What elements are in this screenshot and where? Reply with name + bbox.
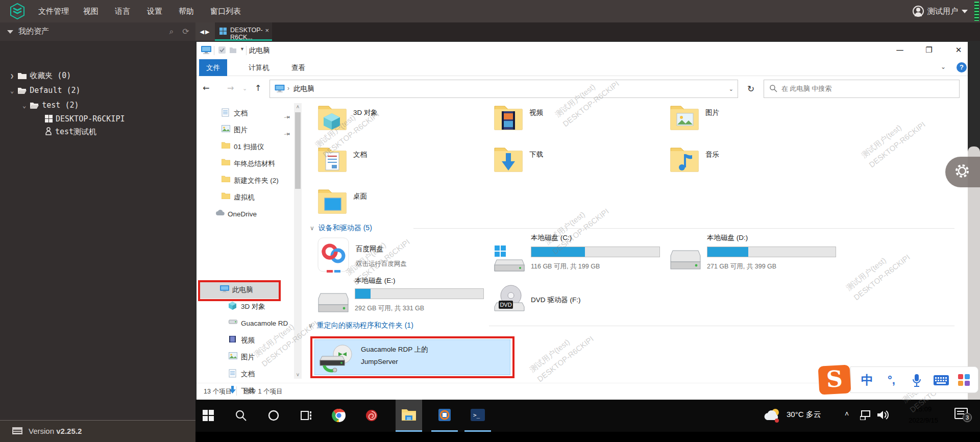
history-dropdown-icon[interactable]: ⌄ bbox=[242, 85, 247, 92]
folder-pictures[interactable]: 图片 bbox=[670, 104, 838, 138]
menu-file-manage[interactable]: 文件管理 bbox=[38, 0, 69, 22]
section-redirected-header[interactable]: ∨重定向的驱动程序和文件夹 (1) bbox=[308, 321, 413, 330]
search-input[interactable]: 在 此电脑 中搜索 bbox=[764, 80, 960, 98]
asset-sidebar: 我的资产 ⌕ ⟳ ❯收藏夹 (0) ⌄Default (2) ⌄test (2)… bbox=[0, 22, 195, 420]
sidebar-header[interactable]: 我的资产 ⌕ ⟳ bbox=[0, 22, 195, 41]
cortana-icon[interactable] bbox=[265, 407, 282, 424]
weather-icon[interactable] bbox=[763, 408, 781, 423]
taskbar-search-icon[interactable] bbox=[232, 407, 250, 424]
taskbar-powershell[interactable]: >_ bbox=[464, 400, 491, 432]
address-bar[interactable]: › 此电脑 ⌄ bbox=[270, 80, 738, 98]
refresh-icon[interactable]: ↻ bbox=[742, 80, 760, 98]
nav-onedrive[interactable]: OneDrive bbox=[197, 206, 293, 223]
nav-folder-yearend[interactable]: 年终总结材料 bbox=[197, 155, 293, 172]
maximize-button[interactable]: ❐ bbox=[924, 45, 934, 55]
tray-expand-icon[interactable]: ˄ bbox=[845, 410, 849, 418]
menu-settings[interactable]: 设置 bbox=[147, 0, 162, 22]
folder-document-icon bbox=[317, 146, 347, 173]
session-tab[interactable]: DESKTOP-R6CK... × bbox=[215, 22, 272, 41]
sogou-logo-icon[interactable]: S bbox=[818, 364, 851, 395]
tab-scroll-arrows[interactable]: ◀▶ bbox=[195, 22, 215, 41]
linux-asset-icon bbox=[45, 127, 52, 135]
back-icon[interactable]: ← bbox=[203, 83, 209, 93]
task-view-icon[interactable] bbox=[298, 407, 315, 424]
nav-folder-vm[interactable]: 虚拟机 bbox=[197, 189, 293, 206]
tree-node-desktop-r6ckipi[interactable]: DESKTOP-R6CKIPI bbox=[45, 112, 125, 126]
nav-folder-scanner[interactable]: 01 扫描仪 bbox=[197, 138, 293, 155]
keyboard-icon[interactable] bbox=[934, 375, 949, 385]
volume-icon[interactable] bbox=[877, 410, 891, 420]
taskbar-remote-app[interactable] bbox=[431, 400, 458, 432]
nav-guacamole-rdp-drive[interactable]: Guacamole RD bbox=[197, 315, 293, 332]
nav-pictures-quick[interactable]: 图片📌︎ bbox=[197, 121, 293, 138]
network-icon[interactable] bbox=[860, 410, 872, 420]
windows-logo-icon bbox=[45, 115, 53, 122]
properties-icon[interactable] bbox=[218, 46, 226, 54]
user-menu[interactable]: 测试用户 bbox=[913, 0, 968, 22]
menu-language[interactable]: 语言 bbox=[115, 0, 130, 22]
tree-node-default[interactable]: ⌄Default (2) bbox=[10, 84, 81, 97]
ime-mode-chinese[interactable]: 中 bbox=[861, 367, 873, 394]
file-explorer-window: ▼ 此电脑 — ❐ ✕ 文件 计算机 查看 ⌄ ? ← → ⌄ ↑ bbox=[197, 42, 968, 400]
chevron-down-icon[interactable]: ⌄ bbox=[10, 87, 14, 94]
annotation-redbox-redirected bbox=[310, 336, 514, 378]
tab-computer[interactable]: 计算机 bbox=[241, 59, 277, 76]
folder-3d-objects[interactable]: 3D 对象 bbox=[317, 104, 486, 138]
breadcrumb[interactable]: 此电脑 bbox=[293, 84, 314, 93]
up-icon[interactable]: ↑ bbox=[255, 83, 261, 93]
microphone-icon[interactable] bbox=[912, 374, 921, 387]
close-icon[interactable]: × bbox=[265, 27, 269, 34]
close-button[interactable]: ✕ bbox=[953, 45, 964, 55]
navpane-scrollbar[interactable]: ˄ ˅ bbox=[294, 103, 302, 379]
menu-window-list[interactable]: 窗口列表 bbox=[210, 0, 241, 22]
nav-videos[interactable]: 视频 bbox=[197, 332, 293, 349]
scroll-down-icon[interactable]: ˅ bbox=[294, 372, 302, 378]
tree-node-test[interactable]: ⌄test (2) bbox=[22, 99, 79, 112]
session-settings-button[interactable] bbox=[945, 157, 980, 187]
qat-dropdown-icon[interactable]: ▼ bbox=[240, 46, 244, 52]
folder-downloads[interactable]: 下载 bbox=[494, 146, 662, 180]
ribbon-collapse-icon[interactable]: ⌄ bbox=[941, 63, 946, 70]
ime-punctuation-icon[interactable]: °, bbox=[888, 367, 895, 394]
folder-documents[interactable]: 文档 bbox=[317, 146, 486, 180]
scrollbar-thumb[interactable] bbox=[295, 112, 301, 189]
taskbar-file-explorer[interactable] bbox=[396, 400, 422, 432]
weather-text[interactable]: 30°C 多云 bbox=[787, 410, 821, 420]
chrome-icon[interactable] bbox=[330, 407, 348, 424]
minimize-button[interactable]: — bbox=[895, 45, 905, 55]
new-folder-icon[interactable] bbox=[229, 46, 237, 54]
folder-music[interactable]: 音乐 bbox=[670, 146, 838, 180]
folder-videos[interactable]: 视频 bbox=[494, 104, 662, 138]
collapse-caret-icon[interactable] bbox=[7, 30, 13, 34]
search-icon[interactable]: ⌕ bbox=[166, 27, 177, 37]
scroll-up-icon[interactable]: ˄ bbox=[294, 104, 302, 110]
sogou-tools-grid-icon[interactable] bbox=[958, 374, 970, 386]
nav-pictures[interactable]: 图片 bbox=[197, 349, 293, 365]
jumpserver-logo-icon bbox=[9, 3, 26, 19]
menu-help[interactable]: 帮助 bbox=[179, 0, 194, 22]
nav-documents[interactable]: 文档 bbox=[197, 365, 293, 382]
chevron-right-icon[interactable]: ❯ bbox=[10, 72, 14, 80]
tree-node-favorites[interactable]: ❯收藏夹 (0) bbox=[10, 69, 71, 82]
start-button[interactable] bbox=[200, 407, 217, 424]
chevron-down-icon[interactable]: ⌄ bbox=[22, 102, 26, 109]
address-dropdown-icon[interactable]: ⌄ bbox=[729, 86, 733, 92]
help-button[interactable]: ? bbox=[957, 62, 967, 72]
menu-view[interactable]: 视图 bbox=[83, 0, 99, 22]
tab-file[interactable]: 文件 bbox=[199, 59, 227, 76]
refresh-icon[interactable]: ⟳ bbox=[181, 27, 191, 37]
windows-taskbar: >_ 30°C 多云 ˄ 15:09 2022/9/15 3 bbox=[195, 400, 980, 432]
notification-center-icon[interactable]: 3 bbox=[954, 408, 968, 419]
folder-desktop[interactable]: 桌面 bbox=[317, 188, 486, 222]
forward-icon[interactable]: → bbox=[227, 83, 234, 93]
section-devices-header[interactable]: ∨设备和驱动器 (5) bbox=[310, 224, 372, 233]
explorer-title-bar[interactable]: ▼ 此电脑 — ❐ ✕ bbox=[197, 42, 968, 59]
taskbar-clock[interactable]: 15:09 2022/9/15 bbox=[909, 404, 938, 426]
tree-node-test-machine[interactable]: test测试机 bbox=[45, 125, 96, 138]
nav-folder-new[interactable]: 新建文件夹 (2) bbox=[197, 172, 293, 189]
remote-desktop-viewport[interactable]: ▼ 此电脑 — ❐ ✕ 文件 计算机 查看 ⌄ ? ← → ⌄ ↑ bbox=[195, 41, 980, 442]
red-app-icon[interactable] bbox=[363, 407, 380, 424]
tab-view[interactable]: 查看 bbox=[284, 59, 312, 76]
asset-tree: ❯收藏夹 (0) ⌄Default (2) ⌄test (2) DESKTOP-… bbox=[0, 41, 195, 420]
nav-documents-quick[interactable]: 文档📌︎ bbox=[197, 105, 293, 121]
